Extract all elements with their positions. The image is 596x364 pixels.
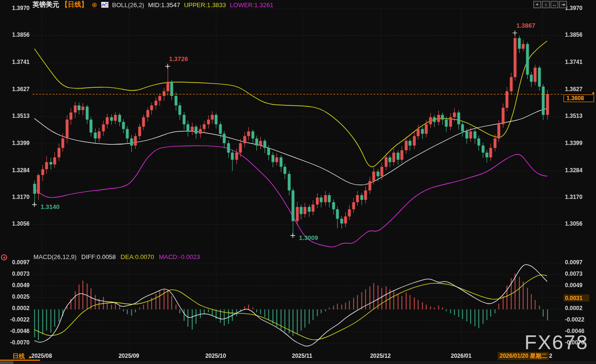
axis-tick-label: 1.3284: [12, 167, 30, 174]
axis-tick-label: 1.3970: [12, 5, 30, 11]
axis-tick-label: 1.3284: [565, 167, 583, 174]
chevron-up-icon: ▲: [28, 354, 32, 359]
last-price-badge: 1.3608: [564, 94, 594, 102]
axis-tick-label: 0.0002: [12, 305, 30, 312]
low-price-annotation: 1.3140: [41, 203, 60, 210]
axis-tick-label: -0.0022: [10, 316, 30, 323]
axis-tick-label: 0.0097: [565, 259, 583, 266]
axis-tick-label: 1.3856: [12, 31, 30, 38]
macd-diff-value: DIFF:0.0058: [81, 253, 116, 260]
macd-name-label: MACD(26,12,9): [33, 253, 76, 260]
axis-tick-label: -0.0022: [565, 316, 585, 323]
axis-tick-label: 0.0049: [565, 282, 583, 289]
axis-tick-label: -0.0046: [10, 328, 30, 334]
boll-lower-value: LOWER:1.3261: [230, 1, 273, 9]
crosshair-button-icon[interactable]: +: [533, 1, 541, 8]
symbol-title: 英镑美元: [32, 0, 59, 9]
boll-upper-value: UPPER:1.3833: [184, 1, 226, 9]
axis-tick-label: 0.0073: [565, 270, 583, 277]
axis-tick-label: 1.3056: [12, 220, 30, 227]
axis-tick-label: 1.3399: [12, 140, 30, 146]
macd-dea-value: DEA:0.0070: [121, 253, 154, 260]
chart-type-icon[interactable]: [101, 2, 108, 8]
period-label: 【日线】: [61, 0, 88, 9]
boll-label: BOLL(26,2): [112, 1, 144, 9]
macd-header: MACD(26,12,9) DIFF:0.0058 DEA:0.0070 MAC…: [33, 253, 200, 260]
time-scrollbar-thumb[interactable]: [0, 361, 13, 364]
chart-app: 英镑美元 【日线】 ⊕ BOLL(26,2) MID:1.3547 UPPER:…: [0, 0, 596, 364]
add-indicator-icon[interactable]: ⊕: [92, 1, 97, 8]
axis-tick-label: 0.0073: [12, 270, 30, 277]
axis-tick-label: 1.3741: [565, 59, 583, 65]
zoom-vertical-button-icon[interactable]: ↕: [542, 1, 550, 8]
indicator-settings-icon[interactable]: [1, 254, 7, 260]
axis-tick-label: 1.3399: [565, 140, 583, 146]
low-price-annotation: 1.3009: [299, 234, 318, 241]
high-price-annotation: 1.3867: [516, 22, 535, 29]
go-to-latest-button-icon[interactable]: ⇥: [559, 1, 567, 8]
axis-tick-label: 1.3627: [565, 86, 583, 93]
chart-header: 英镑美元 【日线】 ⊕ BOLL(26,2) MID:1.3547 UPPER:…: [32, 0, 273, 9]
axis-tick-label: 1.3856: [565, 31, 583, 38]
axis-tick-label: 1.3170: [565, 194, 583, 200]
boll-mid-value: MID:1.3547: [148, 1, 180, 9]
time-scrollbar[interactable]: [0, 361, 596, 364]
axis-tick-label: 0.0049: [12, 282, 30, 289]
axis-tick-label: 0.0002: [565, 305, 583, 312]
chart-toolbar: +↕↔⇥: [533, 1, 567, 8]
axis-tick-label: 1.3970: [565, 5, 583, 11]
axis-tick-label: 0.0097: [12, 259, 30, 266]
macd-value-badge: 0.0031: [564, 294, 589, 302]
axis-tick-label: 1.3741: [12, 59, 30, 65]
axis-tick-label: 0.0025: [12, 293, 30, 300]
tab-active-indicator: [0, 360, 40, 361]
axis-tick-label: 1.3513: [12, 113, 30, 119]
watermark: FX678: [524, 331, 588, 354]
axis-tick-label: 1.3056: [565, 220, 583, 227]
price-direction-arrow-icon: ▲: [591, 90, 596, 95]
axis-tick-label: 1.3513: [565, 113, 583, 119]
zoom-horizontal-button-icon[interactable]: ↔: [551, 1, 558, 8]
chart-canvas[interactable]: [0, 0, 596, 364]
macd-macd-value: MACD:-0.0023: [159, 253, 200, 260]
axis-tick-label: -0.0070: [10, 339, 30, 346]
axis-tick-label: 1.3627: [12, 86, 30, 93]
axis-tick-label: 1.3170: [12, 194, 30, 200]
high-price-annotation: 1.3726: [169, 55, 188, 62]
